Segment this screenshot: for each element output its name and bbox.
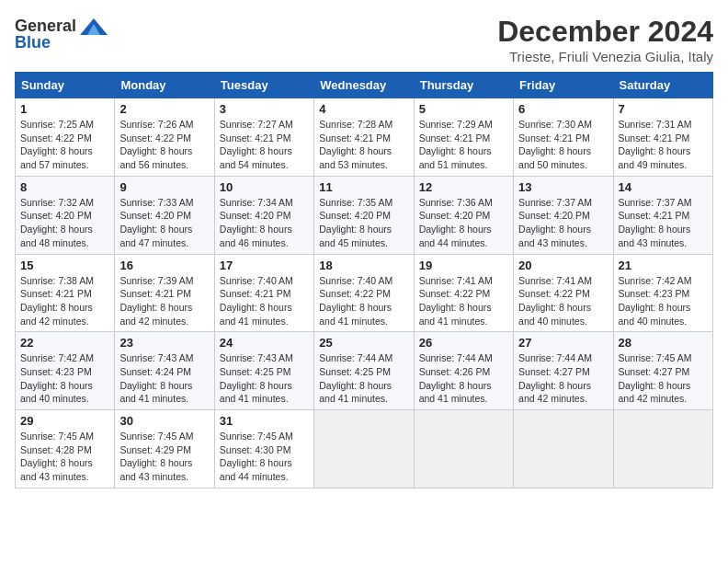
calendar-cell: 27Sunrise: 7:44 AMSunset: 4:27 PMDayligh… (514, 332, 613, 410)
calendar-cell: 26Sunrise: 7:44 AMSunset: 4:26 PMDayligh… (414, 332, 513, 410)
calendar-cell (414, 410, 513, 488)
day-info: Sunrise: 7:33 AMSunset: 4:20 PMDaylight:… (119, 196, 209, 250)
day-info: Sunrise: 7:42 AMSunset: 4:23 PMDaylight:… (619, 274, 708, 328)
day-number: 13 (518, 180, 608, 194)
calendar-cell: 31Sunrise: 7:45 AMSunset: 4:30 PMDayligh… (214, 410, 313, 488)
header-sunday: Sunday (16, 73, 115, 98)
day-number: 18 (319, 259, 408, 272)
day-number: 2 (119, 102, 209, 116)
day-info: Sunrise: 7:37 AMSunset: 4:21 PMDaylight:… (619, 196, 708, 250)
day-info: Sunrise: 7:41 AMSunset: 4:22 PMDaylight:… (518, 274, 608, 328)
calendar-cell: 22Sunrise: 7:42 AMSunset: 4:23 PMDayligh… (16, 332, 115, 410)
calendar-cell: 18Sunrise: 7:40 AMSunset: 4:22 PMDayligh… (314, 254, 414, 332)
logo: General Blue (15, 15, 109, 52)
calendar-cell: 10Sunrise: 7:34 AMSunset: 4:20 PMDayligh… (214, 176, 313, 254)
day-number: 24 (220, 336, 309, 350)
calendar-cell: 25Sunrise: 7:44 AMSunset: 4:25 PMDayligh… (314, 332, 414, 410)
day-info: Sunrise: 7:44 AMSunset: 4:26 PMDaylight:… (419, 351, 508, 406)
day-info: Sunrise: 7:37 AMSunset: 4:20 PMDaylight:… (518, 196, 608, 250)
calendar-week-row: 29Sunrise: 7:45 AMSunset: 4:28 PMDayligh… (16, 410, 713, 488)
calendar-cell: 11Sunrise: 7:35 AMSunset: 4:20 PMDayligh… (314, 176, 414, 254)
day-info: Sunrise: 7:32 AMSunset: 4:20 PMDaylight:… (20, 196, 109, 250)
day-number: 30 (119, 414, 209, 428)
calendar-cell: 2Sunrise: 7:26 AMSunset: 4:22 PMDaylight… (115, 98, 214, 177)
day-number: 8 (20, 180, 109, 194)
day-number: 4 (319, 102, 408, 116)
day-number: 17 (220, 259, 309, 272)
day-info: Sunrise: 7:31 AMSunset: 4:21 PMDaylight:… (619, 118, 708, 172)
calendar-cell: 19Sunrise: 7:41 AMSunset: 4:22 PMDayligh… (414, 254, 513, 332)
day-number: 31 (220, 414, 309, 428)
day-info: Sunrise: 7:30 AMSunset: 4:21 PMDaylight:… (518, 118, 608, 172)
calendar-cell: 13Sunrise: 7:37 AMSunset: 4:20 PMDayligh… (514, 176, 613, 254)
day-number: 5 (419, 102, 508, 116)
day-number: 14 (619, 180, 708, 194)
day-info: Sunrise: 7:45 AMSunset: 4:28 PMDaylight:… (20, 430, 109, 484)
calendar-cell: 17Sunrise: 7:40 AMSunset: 4:21 PMDayligh… (214, 254, 313, 332)
calendar-cell: 21Sunrise: 7:42 AMSunset: 4:23 PMDayligh… (613, 254, 712, 332)
day-info: Sunrise: 7:39 AMSunset: 4:21 PMDaylight:… (119, 274, 209, 328)
location: Trieste, Friuli Venezia Giulia, Italy (497, 49, 713, 64)
day-number: 15 (20, 259, 109, 272)
day-number: 6 (518, 102, 608, 116)
calendar-cell: 3Sunrise: 7:27 AMSunset: 4:21 PMDaylight… (214, 98, 313, 177)
calendar-cell: 30Sunrise: 7:45 AMSunset: 4:29 PMDayligh… (115, 410, 214, 488)
day-number: 10 (220, 180, 309, 194)
day-info: Sunrise: 7:42 AMSunset: 4:23 PMDaylight:… (20, 351, 109, 406)
day-info: Sunrise: 7:25 AMSunset: 4:22 PMDaylight:… (20, 118, 109, 172)
day-info: Sunrise: 7:26 AMSunset: 4:22 PMDaylight:… (119, 118, 209, 172)
day-number: 11 (319, 180, 408, 194)
calendar-cell (314, 410, 414, 488)
day-info: Sunrise: 7:45 AMSunset: 4:27 PMDaylight:… (619, 351, 708, 406)
day-info: Sunrise: 7:38 AMSunset: 4:21 PMDaylight:… (20, 274, 109, 328)
month-title: December 2024 (497, 15, 713, 49)
day-number: 21 (619, 259, 708, 272)
day-number: 9 (119, 180, 209, 194)
day-number: 28 (619, 336, 708, 350)
calendar-week-row: 1Sunrise: 7:25 AMSunset: 4:22 PMDaylight… (16, 98, 713, 177)
calendar-cell: 15Sunrise: 7:38 AMSunset: 4:21 PMDayligh… (16, 254, 115, 332)
day-number: 3 (220, 102, 309, 116)
page-header: General Blue December 2024 Trieste, Friu… (15, 15, 713, 64)
day-info: Sunrise: 7:45 AMSunset: 4:30 PMDaylight:… (220, 430, 309, 484)
header-tuesday: Tuesday (214, 73, 313, 98)
calendar-week-row: 22Sunrise: 7:42 AMSunset: 4:23 PMDayligh… (16, 332, 713, 410)
calendar-cell: 7Sunrise: 7:31 AMSunset: 4:21 PMDaylight… (613, 98, 712, 177)
title-block: December 2024 Trieste, Friuli Venezia Gi… (497, 15, 713, 64)
day-number: 12 (419, 180, 508, 194)
day-info: Sunrise: 7:35 AMSunset: 4:20 PMDaylight:… (319, 196, 408, 250)
header-saturday: Saturday (613, 73, 712, 98)
calendar-cell: 8Sunrise: 7:32 AMSunset: 4:20 PMDaylight… (16, 176, 115, 254)
calendar-cell: 14Sunrise: 7:37 AMSunset: 4:21 PMDayligh… (613, 176, 712, 254)
day-info: Sunrise: 7:44 AMSunset: 4:27 PMDaylight:… (518, 351, 608, 406)
day-info: Sunrise: 7:36 AMSunset: 4:20 PMDaylight:… (419, 196, 508, 250)
day-number: 27 (518, 336, 608, 350)
day-info: Sunrise: 7:28 AMSunset: 4:21 PMDaylight:… (319, 118, 408, 172)
day-number: 20 (518, 259, 608, 272)
day-number: 26 (419, 336, 508, 350)
calendar-cell: 16Sunrise: 7:39 AMSunset: 4:21 PMDayligh… (115, 254, 214, 332)
day-info: Sunrise: 7:40 AMSunset: 4:22 PMDaylight:… (319, 274, 408, 328)
calendar-header-row: SundayMondayTuesdayWednesdayThursdayFrid… (16, 73, 713, 98)
calendar-cell: 12Sunrise: 7:36 AMSunset: 4:20 PMDayligh… (414, 176, 513, 254)
calendar-cell: 6Sunrise: 7:30 AMSunset: 4:21 PMDaylight… (514, 98, 613, 177)
calendar-cell: 28Sunrise: 7:45 AMSunset: 4:27 PMDayligh… (613, 332, 712, 410)
day-number: 1 (20, 102, 109, 116)
header-thursday: Thursday (414, 73, 513, 98)
day-number: 25 (319, 336, 408, 350)
day-info: Sunrise: 7:41 AMSunset: 4:22 PMDaylight:… (419, 274, 508, 328)
logo-blue-text: Blue (15, 33, 51, 52)
calendar-table: SundayMondayTuesdayWednesdayThursdayFrid… (15, 72, 713, 488)
calendar-cell: 5Sunrise: 7:29 AMSunset: 4:21 PMDaylight… (414, 98, 513, 177)
calendar-cell: 9Sunrise: 7:33 AMSunset: 4:20 PMDaylight… (115, 176, 214, 254)
day-number: 29 (20, 414, 109, 428)
calendar-cell: 20Sunrise: 7:41 AMSunset: 4:22 PMDayligh… (514, 254, 613, 332)
day-info: Sunrise: 7:29 AMSunset: 4:21 PMDaylight:… (419, 118, 508, 172)
calendar-week-row: 15Sunrise: 7:38 AMSunset: 4:21 PMDayligh… (16, 254, 713, 332)
day-number: 19 (419, 259, 508, 272)
day-info: Sunrise: 7:44 AMSunset: 4:25 PMDaylight:… (319, 351, 408, 406)
day-info: Sunrise: 7:34 AMSunset: 4:20 PMDaylight:… (220, 196, 309, 250)
calendar-cell (613, 410, 712, 488)
logo-icon (78, 15, 109, 37)
calendar-cell: 23Sunrise: 7:43 AMSunset: 4:24 PMDayligh… (115, 332, 214, 410)
